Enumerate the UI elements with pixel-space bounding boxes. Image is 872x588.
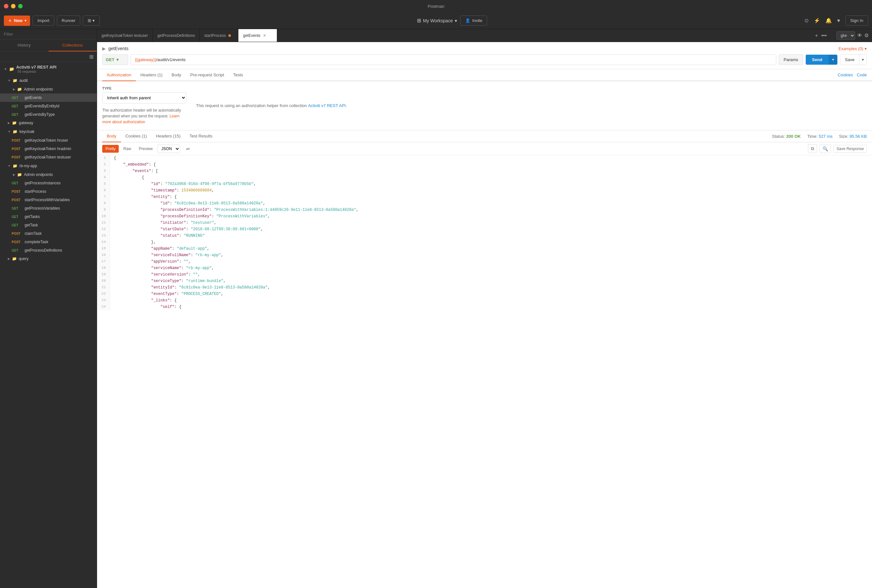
request-item-getprocessvariables[interactable]: GET getProcessVariables xyxy=(0,204,97,213)
new-button[interactable]: ＋ New ▾ xyxy=(4,15,30,26)
save-response-btn[interactable]: Save Response xyxy=(833,145,867,153)
copy-btn[interactable]: ⧉ xyxy=(808,144,817,153)
environment-select[interactable]: gke xyxy=(836,32,855,40)
request-url-bar: GET ▾ {{gateway}}/audit/v1/events Params… xyxy=(102,54,867,65)
code-line-3: 3 "events": [ xyxy=(97,168,872,175)
send-dropdown-button[interactable]: ▾ xyxy=(829,55,838,64)
format-type-select[interactable]: JSON xyxy=(157,145,180,153)
folder-item-query[interactable]: ▶ 📁 query xyxy=(0,255,97,263)
more-tabs-icon[interactable]: ••• xyxy=(821,33,827,39)
method-badge: GET xyxy=(12,105,22,108)
method-badge: POST xyxy=(12,147,22,151)
layout-button[interactable]: ⊞ ▾ xyxy=(83,15,100,26)
send-group: Send ▾ xyxy=(806,55,838,64)
format-raw-btn[interactable]: Raw xyxy=(120,145,134,153)
tab-getevents[interactable]: getEvents ✕ xyxy=(238,29,277,42)
code-line-19: 19 "serviceVersion": "", xyxy=(97,272,872,278)
collection-link[interactable]: Activiti v7 REST API xyxy=(308,103,346,108)
folder-item-gateway[interactable]: ▶ 📁 gateway xyxy=(0,119,97,127)
main-layout: History Collections ⊞ ▼ 📁 Activiti v7 RE… xyxy=(0,29,872,588)
request-item-getkeycloaktoken-hruser[interactable]: POST getKeycloakToken hruser xyxy=(0,136,97,145)
signin-button[interactable]: Sign In xyxy=(845,15,868,26)
bell-icon[interactable]: 🔔 xyxy=(826,18,832,24)
eye-icon[interactable]: 👁 xyxy=(857,33,862,39)
folder-item-admin-endpoints-1[interactable]: ▶ 📁 Admin endpoints xyxy=(0,85,97,93)
request-item-geteventsbyentityid[interactable]: GET getEventsByEntityId xyxy=(0,102,97,110)
request-item-getkeycloaktoken-hradmin[interactable]: POST getKeycloakToken hradmin xyxy=(0,145,97,153)
request-item-gettasks[interactable]: GET getTasks xyxy=(0,213,97,221)
request-item-claimtask[interactable]: POST claimTask xyxy=(0,230,97,238)
size-label: Size: 95.56 KB xyxy=(839,134,867,139)
cookies-link[interactable]: Cookies xyxy=(838,72,853,77)
folder-item-audit[interactable]: ▼ 📁 audit ••• xyxy=(0,76,97,85)
save-dropdown-button[interactable]: ▾ xyxy=(859,54,867,65)
request-item-getkeycloaktoken-testuser[interactable]: POST getKeycloakToken testuser xyxy=(0,153,97,161)
wrap-btn[interactable]: ⇌ xyxy=(183,145,193,153)
settings-icon[interactable]: ⚙ xyxy=(864,32,869,39)
tab-startprocess[interactable]: startProcess xyxy=(199,29,238,42)
request-item-getprocessinstances[interactable]: GET getProcessInstances xyxy=(0,179,97,187)
request-name: getTask xyxy=(25,223,38,227)
request-item-gettask[interactable]: GET getTask xyxy=(0,221,97,230)
filter-input[interactable] xyxy=(4,32,93,36)
workspace-button[interactable]: ⊞ My Workspace ▾ xyxy=(417,18,457,24)
request-item-startprocesswithvariables[interactable]: POST startProcessWithVariables xyxy=(0,196,97,204)
maximize-button[interactable] xyxy=(18,4,22,8)
auth-type-select[interactable]: Inherit auth from parent xyxy=(102,92,186,104)
tab-authorization[interactable]: Authorization xyxy=(102,69,136,81)
method-badge: GET xyxy=(12,224,22,227)
method-badge: GET xyxy=(12,113,22,116)
method-select[interactable]: GET ▾ xyxy=(102,54,128,65)
request-item-completetask[interactable]: POST completeTask xyxy=(0,238,97,246)
method-badge: GET xyxy=(12,207,22,210)
tab-headers[interactable]: Headers (1) xyxy=(136,69,167,81)
tab-history[interactable]: History xyxy=(0,39,48,51)
lightning-icon[interactable]: ⚡ xyxy=(814,18,820,24)
format-pretty-btn[interactable]: Pretty xyxy=(102,145,119,153)
satellite-icon[interactable]: ⊙ xyxy=(805,18,809,24)
folder-item-keycloak[interactable]: ▼ 📁 keycloak ••• xyxy=(0,127,97,136)
method-badge: POST xyxy=(12,156,22,159)
folder-label: audit xyxy=(19,78,28,83)
heart-icon[interactable]: ♥ xyxy=(837,18,840,24)
response-tab-headers[interactable]: Headers (15) xyxy=(151,130,185,142)
request-item-getevents[interactable]: GET getEvents xyxy=(0,93,97,102)
tab-getprocessdefinitions[interactable]: getProcessDefinitions xyxy=(153,29,199,42)
folder-icon: 📁 xyxy=(9,67,14,72)
invite-button[interactable]: 👤 Invite xyxy=(460,15,487,26)
request-item-geteventsbytype[interactable]: GET getEventsByType xyxy=(0,110,97,119)
send-button[interactable]: Send xyxy=(806,55,829,64)
code-link[interactable]: Code xyxy=(857,72,867,77)
response-tab-test-results[interactable]: Test Results xyxy=(185,130,217,142)
format-preview-btn[interactable]: Preview xyxy=(135,145,156,153)
examples-link[interactable]: Examples (0) ▾ xyxy=(838,46,867,51)
add-tab-icon[interactable]: + xyxy=(815,33,818,39)
tab-getkeycloaktoken-testuser[interactable]: getKeycloakToken testuser xyxy=(97,29,153,42)
code-line-13: 13 "status": "RUNNING" xyxy=(97,233,872,239)
collection-header[interactable]: ▼ 📁 Activiti v7 REST API 55 requests xyxy=(0,62,97,76)
tab-label: getProcessDefinitions xyxy=(157,33,195,38)
request-item-startprocess[interactable]: POST startProcess xyxy=(0,187,97,196)
request-item-getprocessdefinitions[interactable]: GET getProcessDefinitions xyxy=(0,246,97,255)
search-btn[interactable]: 🔍 xyxy=(820,145,831,153)
tab-close-icon[interactable]: ✕ xyxy=(263,33,266,38)
close-button[interactable] xyxy=(4,4,8,8)
save-button[interactable]: Save xyxy=(840,54,859,65)
tab-body[interactable]: Body xyxy=(167,69,186,81)
response-tab-cookies[interactable]: Cookies (1) xyxy=(121,130,151,142)
url-input[interactable]: {{gateway}}/audit/v1/events xyxy=(131,54,776,65)
folder-item-admin-endpoints-2[interactable]: ▶ 📁 Admin endpoints xyxy=(0,171,97,179)
code-line-2: 2 "_embedded": { xyxy=(97,162,872,168)
minimize-button[interactable] xyxy=(11,4,15,8)
new-collection-icon[interactable]: ⊞ xyxy=(89,54,93,60)
tab-prerequest[interactable]: Pre-request Script xyxy=(186,69,229,81)
runner-button[interactable]: Runner xyxy=(57,15,81,26)
params-button[interactable]: Params xyxy=(779,54,803,65)
tab-tests[interactable]: Tests xyxy=(229,69,247,81)
chevron-down-icon: ▾ xyxy=(117,57,119,62)
import-button[interactable]: Import xyxy=(33,15,54,26)
tab-collections[interactable]: Collections xyxy=(48,39,97,51)
folder-item-rb-my-app[interactable]: ▼ 📁 rb-my-app ••• xyxy=(0,161,97,171)
request-name-label: getEvents xyxy=(108,46,129,51)
response-tab-body[interactable]: Body xyxy=(102,130,121,142)
